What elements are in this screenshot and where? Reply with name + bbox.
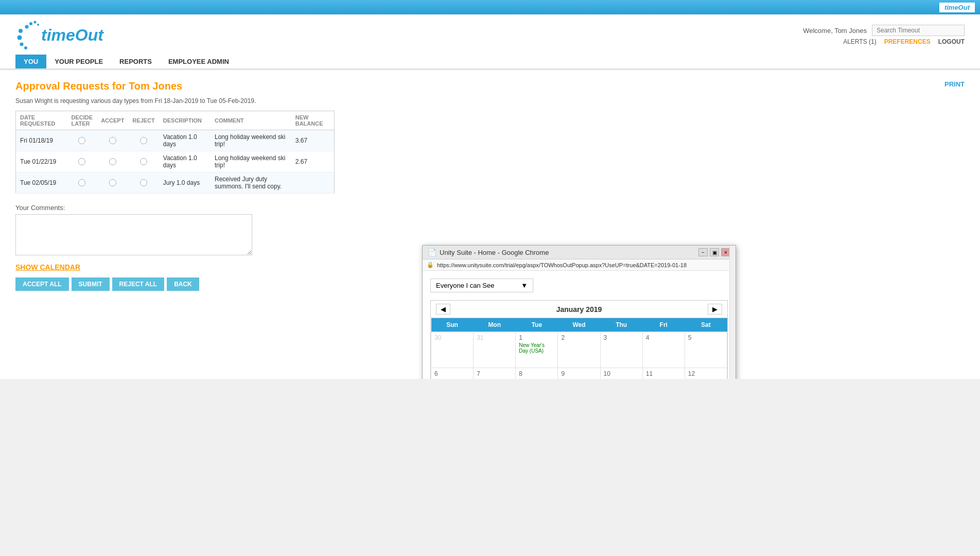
col-mon: Mon [474,318,516,332]
radio-reject-3[interactable] [140,179,147,186]
header: timeOut Welcome, Tom Jones ALERTS (1) PR… [0,14,980,70]
page-title: Approval Requests for Tom Jones [15,80,965,92]
cal-day[interactable]: 5 [685,332,727,368]
header-top: timeOut Welcome, Tom Jones ALERTS (1) PR… [15,20,965,50]
comments-label: Your Comments: [15,204,965,212]
top-bar: timeOut [0,0,980,14]
comments-textarea[interactable] [15,214,252,255]
row2-reject[interactable] [128,151,159,172]
calendar-header: ◀ January 2019 ▶ [431,301,727,318]
calendar-body: 30 31 1 New Year's Day (USA) 2 3 4 5 [431,332,727,379]
welcome-text: Welcome, Tom Jones [803,27,867,34]
nav-item-employee-admin[interactable]: EMPLOYEE ADMIN [160,55,237,68]
accept-all-button[interactable]: ACCEPT ALL [15,277,69,291]
cal-day[interactable]: 6 [431,368,474,379]
minimize-button[interactable]: − [698,248,708,256]
preferences-link[interactable]: PREFERENCES [884,38,931,45]
cal-day[interactable]: 30 [431,332,474,368]
row3-accept[interactable] [97,172,128,194]
nav-item-your-people[interactable]: YOUR PEOPLE [46,55,111,68]
radio-accept-2[interactable] [109,158,116,165]
popup-titlebar: 📄 Unity Suite - Home - Google Chrome − ▣… [423,246,736,259]
cal-day[interactable]: 4 [642,332,685,368]
row2-comment: Long holiday weekend ski trip! [211,151,291,172]
cal-day[interactable]: 11 [642,368,685,379]
col-wed: Wed [558,318,600,332]
cal-day[interactable]: 1 New Year's Day (USA) [516,332,558,368]
svg-point-1 [34,21,37,24]
main-content: PRINT Approval Requests for Tom Jones Su… [0,70,980,379]
logo-area: timeOut [15,20,103,50]
col-sun: Sun [431,318,474,332]
scrollbar[interactable] [729,246,736,379]
row1-reject[interactable] [128,130,159,151]
col-fri: Fri [642,318,685,332]
maximize-button[interactable]: ▣ [710,248,719,256]
welcome-search: Welcome, Tom Jones [803,25,965,36]
row1-description: Vacation 1.0 days [159,130,211,151]
visibility-dropdown[interactable]: Everyone I can See ▼ [430,279,533,292]
row3-decide[interactable] [67,172,97,194]
popup-content: Everyone I can See ▼ ◀ January 2019 ▶ Su… [423,271,736,379]
row2-accept[interactable] [97,151,128,172]
table-row: Tue 01/22/19 Vacation 1.0 days Long holi… [16,151,335,172]
reject-all-button[interactable]: REJECT ALL [112,277,165,291]
row2-description: Vacation 1.0 days [159,151,211,172]
submit-button[interactable]: SUBMIT [72,277,110,291]
nav-item-reports[interactable]: REPORTS [111,55,160,68]
svg-point-2 [37,24,39,26]
logout-link[interactable]: LOGOUT [938,38,965,45]
cal-day[interactable]: 10 [600,368,642,379]
popup-title-text: Unity Suite - Home - Google Chrome [440,249,549,256]
radio-reject-1[interactable] [140,137,147,144]
logo-dots-svg [15,20,41,50]
col-accept: ACCEPT [97,111,128,130]
requests-tbody: Fri 01/18/19 Vacation 1.0 days Long holi… [16,130,335,194]
top-bar-brand: timeOut [939,3,975,12]
calendar-next-button[interactable]: ▶ [708,304,722,315]
header-right: Welcome, Tom Jones ALERTS (1) PREFERENCE… [803,25,965,45]
popup-url-bar: 🔒 https://www.unitysuite.com/trial/epg/a… [423,259,736,271]
cal-day[interactable]: 3 [600,332,642,368]
cal-day[interactable]: 12 [685,368,727,379]
alerts-link[interactable]: ALERTS (1) [843,38,876,45]
radio-accept-1[interactable] [109,137,116,144]
col-thu: Thu [600,318,642,332]
col-description: DESCRIPTION [159,111,211,130]
radio-reject-2[interactable] [140,158,147,165]
back-button[interactable]: BACK [167,277,199,291]
row3-balance [291,172,335,194]
svg-point-5 [18,36,22,40]
row3-comment: Received Jury duty summons. I'll send co… [211,172,291,194]
nav-item-you[interactable]: YOU [15,55,46,68]
svg-point-0 [29,22,32,25]
row1-decide[interactable] [67,130,97,151]
calendar-row: 30 31 1 New Year's Day (USA) 2 3 4 5 [431,332,727,368]
cal-day[interactable]: 2 [558,332,600,368]
url-text: https://www.unitysuite.com/trial/epg/asp… [437,262,687,268]
popup-title-left: 📄 Unity Suite - Home - Google Chrome [428,248,549,256]
chevron-down-icon: ▼ [521,282,528,289]
print-link[interactable]: PRINT [944,80,965,88]
radio-decide-2[interactable] [78,158,85,165]
search-input[interactable] [872,25,965,36]
row2-decide[interactable] [67,151,97,172]
col-reject: REJECT [128,111,159,130]
cal-day[interactable]: 9 [558,368,600,379]
row3-date: Tue 02/05/19 [16,172,67,194]
col-decide: DECIDELATER [67,111,97,130]
svg-point-6 [20,43,24,46]
logo-text: timeOut [41,26,103,45]
cal-day[interactable]: 31 [474,332,516,368]
radio-accept-3[interactable] [109,179,116,186]
requests-table: DATE REQUESTED DECIDELATER ACCEPT REJECT… [15,111,335,194]
row1-accept[interactable] [97,130,128,151]
radio-decide-1[interactable] [78,137,85,144]
calendar-prev-button[interactable]: ◀ [436,304,450,315]
cal-day[interactable]: 7 [474,368,516,379]
radio-decide-3[interactable] [78,179,85,186]
calendar-container: ◀ January 2019 ▶ Sun Mon Tue Wed Thu Fri [430,300,728,379]
cal-day[interactable]: 8 [516,368,558,379]
row3-reject[interactable] [128,172,159,194]
svg-point-3 [25,25,29,29]
